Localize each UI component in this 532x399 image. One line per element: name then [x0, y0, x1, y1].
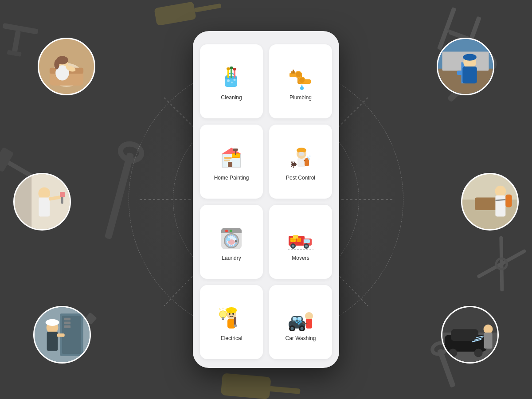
svg-point-122: [308, 158, 310, 160]
svg-point-163: [219, 311, 227, 318]
svg-rect-74: [47, 321, 58, 324]
svg-point-139: [227, 238, 230, 241]
svg-point-60: [495, 186, 506, 197]
cleaning-label: Cleaning: [221, 94, 242, 101]
electrical-label: Electrical: [221, 335, 243, 341]
circle-photo-ml-inner: [15, 174, 70, 229]
svg-point-123: [309, 155, 311, 156]
circle-photo-mid-left: [13, 173, 71, 231]
svg-rect-53: [39, 197, 50, 216]
laundry-icon: [218, 225, 245, 251]
home-painting-label: Home Painting: [214, 175, 249, 181]
svg-point-92: [227, 67, 230, 70]
car-washing-icon: [287, 305, 314, 332]
svg-rect-120: [304, 160, 305, 161]
circle-photo-tl-inner: [39, 39, 94, 94]
service-card-pest-control[interactable]: Pest Control: [269, 125, 332, 199]
svg-rect-68: [64, 318, 70, 321]
svg-rect-79: [451, 329, 478, 341]
services-grid: Cleaning: [200, 44, 332, 359]
circle-photo-mr-inner: [462, 174, 517, 229]
svg-point-147: [305, 245, 308, 247]
service-card-cleaning[interactable]: Cleaning: [200, 44, 263, 118]
svg-line-166: [219, 309, 220, 310]
svg-rect-162: [234, 325, 237, 327]
svg-rect-171: [293, 317, 297, 321]
plumbing-icon: [287, 64, 314, 91]
svg-rect-9: [0, 147, 14, 172]
svg-point-103: [300, 86, 304, 90]
service-card-laundry[interactable]: Laundry: [200, 205, 263, 279]
circle-photo-bot-left: [33, 306, 91, 364]
svg-rect-111: [233, 149, 238, 151]
svg-point-93: [230, 66, 233, 69]
svg-point-82: [484, 325, 493, 334]
svg-point-96: [231, 82, 233, 83]
movers-icon: [287, 225, 314, 251]
svg-rect-118: [299, 152, 304, 156]
service-card-home-painting[interactable]: Home Painting: [200, 125, 263, 199]
circle-photo-top-left: [38, 38, 95, 95]
svg-rect-24: [221, 373, 271, 399]
svg-point-48: [463, 54, 477, 60]
svg-point-184: [298, 324, 300, 325]
svg-rect-91: [234, 70, 235, 78]
svg-rect-140: [235, 240, 237, 243]
svg-point-182: [297, 318, 298, 320]
svg-rect-70: [64, 325, 70, 328]
svg-line-129: [293, 166, 294, 168]
svg-point-97: [234, 78, 236, 81]
svg-point-40: [54, 59, 59, 70]
svg-point-95: [227, 79, 230, 82]
circle-photo-top-right: [437, 38, 494, 95]
svg-point-174: [291, 327, 294, 330]
service-card-car-washing[interactable]: Car Washing: [269, 285, 332, 359]
svg-point-183: [295, 321, 297, 322]
svg-point-23: [119, 142, 144, 163]
service-card-electrical[interactable]: Electrical: [200, 285, 263, 359]
svg-rect-47: [462, 66, 477, 83]
svg-rect-164: [222, 317, 224, 319]
svg-point-121: [307, 156, 309, 158]
svg-rect-69: [64, 321, 70, 324]
svg-rect-83: [484, 332, 492, 348]
svg-rect-110: [235, 150, 236, 155]
svg-rect-20: [12, 31, 21, 53]
svg-point-133: [225, 230, 228, 232]
svg-rect-61: [495, 196, 505, 217]
home-painting-icon: [218, 145, 245, 171]
svg-point-101: [295, 71, 301, 78]
pest-control-icon: [287, 145, 314, 171]
pest-control-label: Pest Control: [286, 175, 315, 181]
svg-rect-114: [228, 162, 232, 167]
svg-rect-89: [227, 69, 229, 78]
circle-photo-br-inner: [442, 307, 497, 362]
cleaning-icon: [218, 64, 245, 91]
svg-point-176: [301, 327, 304, 330]
svg-rect-112: [224, 157, 232, 159]
service-card-movers[interactable]: Movers: [269, 205, 332, 279]
circle-photo-tr-inner: [438, 39, 493, 94]
movers-label: Movers: [292, 255, 309, 261]
circle-photo-mid-right: [461, 173, 519, 231]
svg-rect-115: [297, 157, 305, 167]
svg-rect-165: [222, 319, 224, 320]
svg-point-52: [38, 188, 50, 200]
laundry-label: Laundry: [222, 255, 241, 261]
svg-point-134: [230, 230, 232, 232]
svg-line-63: [495, 200, 505, 200]
svg-rect-22: [104, 152, 134, 239]
svg-rect-105: [293, 70, 294, 73]
svg-rect-90: [231, 68, 232, 78]
svg-rect-143: [304, 239, 310, 243]
svg-rect-56: [60, 192, 65, 197]
phone-mockup: Cleaning: [193, 31, 339, 368]
svg-point-80: [449, 348, 457, 357]
svg-point-94: [233, 68, 236, 70]
car-washing-label: Car Washing: [286, 335, 316, 341]
service-card-plumbing[interactable]: Plumbing: [269, 44, 332, 118]
svg-point-102: [299, 77, 305, 83]
svg-rect-16: [195, 4, 222, 12]
svg-rect-67: [62, 316, 81, 354]
svg-point-81: [474, 348, 483, 357]
